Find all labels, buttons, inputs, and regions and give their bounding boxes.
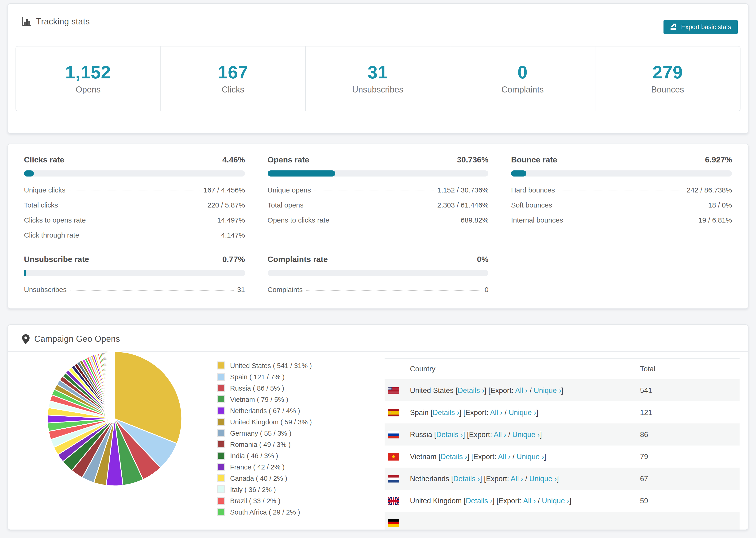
legend-swatch (217, 452, 225, 459)
legend-label: Russia ( 86 / 5% ) (230, 384, 284, 392)
rate-section-title: Clicks rate (24, 155, 64, 165)
stats-summary-strip: 1,152 Opens167 Clicks31 Unsubscribes0 Co… (16, 46, 740, 111)
rate-detail-row: Soft bounces 18 / 0% (511, 201, 732, 209)
rate-section-title: Complaints rate (267, 255, 328, 264)
export-unique-link[interactable]: Unique › (534, 386, 561, 394)
stat-label: Clicks (222, 85, 244, 95)
export-unique-link[interactable]: Unique › (516, 452, 544, 460)
rate-section-head: Complaints rate 0% (267, 255, 488, 264)
table-row-partial (385, 512, 739, 530)
export-unique-link[interactable]: Unique › (509, 408, 536, 416)
dotted-leader (306, 290, 481, 291)
stat-opens: 1,152 Opens (16, 46, 161, 111)
country-cell: Netherlands [Details ›] [Export: All › /… (410, 474, 559, 483)
rate-detail-rows: Unique clicks 167 / 4.456% Total clicks … (24, 186, 245, 239)
rate-progress-fill (267, 170, 335, 177)
rate-detail-label: Hard bounces (511, 186, 555, 194)
pie-slice-other (114, 351, 115, 419)
rate-section-value: 0.77% (222, 255, 245, 264)
rate-detail-value: 220 / 5.87% (207, 201, 245, 209)
dotted-leader (314, 190, 434, 191)
details-link[interactable]: Details › (433, 408, 459, 416)
rate-section-value: 30.736% (457, 155, 488, 165)
rates-grid: Clicks rate 4.46% Unique clicks 167 / 4.… (24, 155, 732, 294)
rate-section-clicks-rate: Clicks rate 4.46% Unique clicks 167 / 4.… (24, 155, 245, 239)
legend-swatch (217, 463, 225, 471)
dotted-leader (89, 221, 214, 221)
dotted-leader (556, 206, 705, 206)
stat-bounces: 279 Bounces (595, 46, 740, 111)
country-total: 86 (640, 430, 648, 439)
export-all-link[interactable]: All › (515, 386, 527, 394)
details-link[interactable]: Details › (458, 386, 484, 394)
country-total: 121 (640, 408, 652, 417)
details-link[interactable]: Details › (453, 474, 480, 482)
country-cell: Russia [Details ›] [Export: All › / Uniq… (410, 430, 542, 439)
country-column-header: Country (410, 365, 436, 373)
export-all-link[interactable]: All › (490, 408, 503, 416)
details-link[interactable]: Details › (441, 452, 467, 460)
rate-detail-label: Internal bounces (511, 216, 563, 224)
country-total: 79 (640, 452, 648, 461)
rate-section-title: Opens rate (267, 155, 309, 165)
legend-swatch (217, 395, 225, 403)
table-row-united-kingdom: United Kingdom [Details ›] [Export: All … (385, 490, 739, 512)
country-cell: United Kingdom [Details ›] [Export: All … (410, 497, 571, 505)
email-tracking-dashboard: Tracking stats Export basic stats 1,152 … (0, 0, 756, 538)
rate-detail-row: Complaints 0 (267, 286, 488, 294)
rate-detail-row: Internal bounces 19 / 6.81% (511, 216, 732, 224)
rate-progress-track (24, 270, 245, 276)
export-unique-link[interactable]: Unique › (542, 497, 569, 505)
tracking-stats-header: Tracking stats Export basic stats (8, 4, 748, 27)
rate-progress-track (267, 270, 488, 276)
country-cell: United States [Details ›] [Export: All ›… (410, 386, 563, 395)
export-all-link[interactable]: All › (498, 452, 511, 460)
flag-icon-ru (388, 431, 399, 438)
rate-detail-value: 2,303 / 61.446% (437, 201, 489, 209)
flag-icon-us (388, 387, 399, 394)
rate-detail-label: Total opens (267, 201, 303, 209)
rate-detail-value: 242 / 86.738% (686, 186, 732, 194)
legend-swatch (217, 418, 225, 426)
rate-section-title: Unsubscribe rate (24, 255, 89, 264)
total-column-header: Total (640, 365, 656, 373)
export-basic-stats-button[interactable]: Export basic stats (664, 20, 738, 34)
rate-detail-value: 19 / 6.81% (698, 216, 732, 224)
country-cell: Spain [Details ›] [Export: All › / Uniqu… (410, 408, 538, 417)
rate-detail-label: Soft bounces (511, 201, 552, 209)
legend-swatch (217, 429, 225, 437)
rate-detail-value: 18 / 0% (708, 201, 732, 209)
rate-detail-value: 167 / 4.456% (203, 186, 245, 194)
rate-section-value: 0% (477, 255, 489, 264)
details-link[interactable]: Details › (436, 430, 463, 438)
export-all-link[interactable]: All › (494, 430, 506, 438)
legend-item-netherlands: Netherlands ( 67 / 4% ) (217, 406, 312, 414)
stat-value: 1,152 (65, 62, 111, 82)
rate-progress-track (267, 170, 488, 177)
rate-detail-label: Click through rate (24, 231, 79, 239)
export-unique-link[interactable]: Unique › (529, 474, 557, 482)
legend-swatch (217, 497, 225, 505)
rate-detail-row: Unique clicks 167 / 4.456% (24, 186, 245, 194)
legend-label: Brazil ( 33 / 2% ) (230, 497, 280, 505)
rate-section-complaints-rate: Complaints rate 0% Complaints 0 (267, 255, 488, 294)
campaign-geo-opens-card: Campaign Geo Opens United States ( 541 /… (8, 324, 748, 530)
rate-detail-row: Click through rate 4.147% (24, 231, 245, 239)
legend-swatch (217, 508, 225, 516)
rate-detail-value: 1,152 / 30.736% (437, 186, 489, 194)
pie-legend: United States ( 541 / 31% ) Spain ( 121 … (217, 361, 312, 516)
flag-icon-vn (388, 453, 399, 460)
rate-detail-value: 14.497% (217, 216, 245, 224)
rate-section-title: Bounce rate (511, 155, 557, 165)
tracking-stats-card: Tracking stats Export basic stats 1,152 … (8, 3, 748, 134)
export-all-link[interactable]: All › (523, 497, 536, 505)
rate-detail-label: Unique opens (267, 186, 311, 194)
country-total: 67 (640, 474, 648, 483)
legend-label: United Kingdom ( 59 / 3% ) (230, 418, 312, 426)
export-unique-link[interactable]: Unique › (512, 430, 540, 438)
export-all-link[interactable]: All › (511, 474, 523, 482)
legend-swatch (217, 361, 225, 369)
rate-detail-row: Clicks to opens rate 14.497% (24, 216, 245, 224)
details-link[interactable]: Details › (466, 497, 493, 505)
legend-item-united-states: United States ( 541 / 31% ) (217, 361, 312, 369)
